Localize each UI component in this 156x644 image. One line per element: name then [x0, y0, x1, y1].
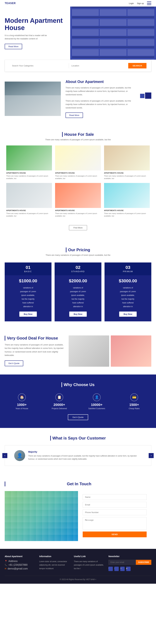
why-us-section: Why Choose Us 🏠 1000+ Years of House 📋 2…	[0, 374, 156, 428]
testimonial-text: There are many variations of passages of…	[28, 454, 142, 461]
why-label-0: Years of House	[5, 408, 39, 410]
phone-icon: 📞	[5, 564, 7, 566]
facebook-icon[interactable]: f	[108, 567, 113, 571]
contact-email-input[interactable]	[83, 502, 147, 508]
why-us-cta-button[interactable]: Get A Quote	[68, 414, 88, 420]
contact-title: Get In Touch	[5, 482, 151, 486]
nav-links: Login Sign up	[129, 2, 151, 5]
deal-section: Very Good Deal For House There are many …	[0, 328, 156, 374]
plan-buy-button-2[interactable]: Buy Now	[119, 312, 137, 317]
plan-name-1: STANDARD	[71, 270, 85, 273]
about-image-inner	[5, 82, 61, 116]
contact-send-button[interactable]: SEND	[83, 532, 147, 537]
property-grid: APERTMENTS HOUSE There are many variatio…	[0, 142, 156, 224]
testimonial-content: Majority There are many variations of pa…	[28, 450, 142, 461]
property-image-4	[55, 183, 101, 208]
contact-grid: SEND	[5, 491, 151, 541]
address-icon: 📍	[5, 560, 7, 562]
why-icon-0: 🏠	[18, 394, 26, 401]
contact-phone-input[interactable]	[83, 510, 147, 515]
cart-icon[interactable]	[147, 2, 151, 5]
about-description2: There are many variations of passages of…	[65, 99, 137, 110]
search-category-input[interactable]	[9, 63, 69, 68]
linkedin-icon[interactable]: in	[120, 567, 125, 571]
property-image-0	[6, 146, 52, 170]
blue-square-2	[140, 94, 145, 98]
property-title-5: APERTMENTS HOUSE	[104, 210, 150, 212]
house-section-title: House For Sale	[62, 132, 94, 137]
search-location-input[interactable]	[69, 63, 128, 68]
youtube-icon[interactable]: ▶	[126, 567, 131, 571]
plan-num-0: 01	[7, 265, 49, 270]
deal-description: There are many variations of passages of…	[5, 343, 64, 357]
footer-address-item: 📍 Address	[5, 560, 35, 562]
twitter-icon[interactable]: t	[114, 567, 119, 571]
plan-price-2: $3000.00	[105, 278, 151, 284]
footer-grid: About Apartment 📍 Address 📞 +81 (234)567…	[5, 555, 151, 571]
property-card: APERTMENTS HOUSE There are many variatio…	[53, 146, 102, 183]
pricing-title: Our Pricing	[66, 248, 90, 252]
about-cta-button[interactable]: Read More	[65, 112, 83, 118]
pricing-card-2: 03 PRIMUM $3000.00 variations ofpassages…	[105, 262, 151, 322]
pricing-card-0: 01 BASIC $1000.00 variations ofpassages …	[5, 262, 51, 322]
footer-info: Information Lorem dolor sit amet, consec…	[39, 555, 69, 571]
property-image-5	[104, 183, 150, 208]
footer-about-title: About Apartment	[5, 555, 35, 558]
pricing-header-2: 03 PRIMUM	[105, 262, 151, 275]
why-num-2: 10000+	[80, 403, 114, 407]
footer-info-text: Lorem dolor sit amet, consectetur adipis…	[39, 560, 69, 570]
property-image-1	[55, 146, 101, 170]
testimonials-section: What is Says Our Customer ‹ 👤 Majority T…	[0, 428, 156, 474]
newsletter-subscribe-button[interactable]: SUBSCRIBE	[136, 560, 151, 565]
house-section-subtitle: There are many variations of passages of…	[5, 138, 151, 141]
property-title-3: APERTMENTS HOUSE	[6, 210, 52, 212]
property-title-2: APERTMENTS HOUSE	[104, 172, 150, 174]
why-num-1: 20000+	[42, 403, 76, 407]
pricing-subtitle: There are many variations of passages of…	[9, 254, 147, 256]
contact-message-input[interactable]	[83, 517, 147, 530]
slider-next-button[interactable]: ›	[149, 453, 154, 458]
why-label-2: Satisfied Customers	[80, 408, 114, 410]
testimonial-slider: ‹ 👤 Majority There are many variations o…	[5, 445, 151, 466]
deal-cta-button[interactable]: Get A Quote	[5, 360, 23, 366]
slider-prev-button[interactable]: ‹	[2, 453, 7, 458]
contact-name-input[interactable]	[83, 494, 147, 500]
plan-features-0: variations ofpassages of Loremipsum avai…	[5, 286, 51, 308]
footer: About Apartment 📍 Address 📞 +81 (234)567…	[0, 549, 156, 584]
contact-form: SEND	[78, 491, 151, 541]
social-icons: f t in ▶	[108, 567, 151, 571]
footer-links-title: Useful Link	[74, 555, 104, 558]
nav-signup[interactable]: Sign up	[137, 2, 144, 4]
search-button[interactable]: SEARCH	[128, 63, 147, 68]
kitchen-visual	[5, 95, 61, 116]
plan-buy-button-1[interactable]: Buy Now	[69, 312, 87, 317]
find-more-button[interactable]: Find More	[69, 225, 87, 230]
blue-square-1	[145, 92, 151, 99]
hero-background	[70, 6, 156, 60]
plan-buy-button-0[interactable]: Buy Now	[19, 312, 37, 317]
property-desc-5: There are many variations of passages of…	[104, 212, 150, 217]
property-desc-4: There are many variations of passages of…	[55, 212, 101, 217]
footer-newsletter-title: Newsletter	[108, 555, 151, 558]
testimonial-name: Majority	[28, 450, 142, 453]
property-title-0: APERTMENTS HOUSE	[6, 172, 52, 174]
nav-login[interactable]: Login	[129, 2, 134, 4]
footer-bottom: © 2023 All Rights Reserved By VIET NAM +	[5, 576, 151, 580]
property-card: APERTMENTS HOUSE There are many variatio…	[103, 183, 151, 220]
building-facade	[70, 6, 156, 60]
why-icon-2: 👤	[93, 394, 101, 401]
property-desc-0: There are many variations of passages of…	[6, 175, 52, 180]
hero-content: Modern Apartment House It is a long esta…	[5, 17, 70, 49]
plan-name-0: BASIC	[24, 270, 32, 273]
pricing-grid: 01 BASIC $1000.00 variations ofpassages …	[5, 262, 151, 322]
footer-email-item: ✉ demo@gmail.com	[5, 567, 35, 570]
plan-num-1: 02	[57, 265, 99, 270]
copyright-text: © 2023 All Rights Reserved By VIET NAM +	[60, 578, 96, 580]
newsletter-email-input[interactable]	[108, 560, 136, 565]
hero-cta-button[interactable]: Read More	[5, 44, 22, 49]
find-more-wrap: Find More	[0, 224, 156, 235]
pricing-card-1: 02 STANDARD $2000.00 variations ofpassag…	[55, 262, 101, 322]
why-icon-3: 💳	[130, 394, 138, 401]
pricing-header-1: 02 STANDARD	[55, 262, 101, 275]
why-item-0: 🏠 1000+ Years of House	[5, 394, 39, 410]
